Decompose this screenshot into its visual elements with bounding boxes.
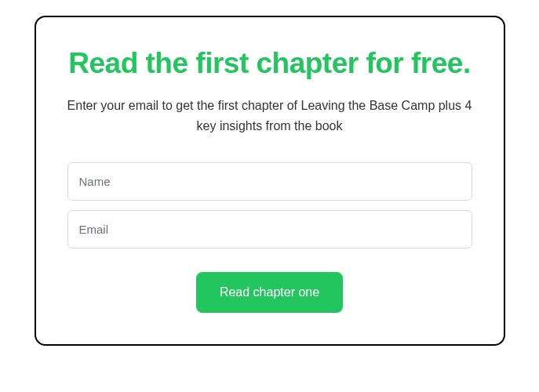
signup-card: Read the first chapter for free. Enter y… bbox=[35, 16, 505, 346]
email-field[interactable] bbox=[67, 210, 472, 249]
signup-form: Read chapter one bbox=[67, 162, 472, 313]
name-field[interactable] bbox=[67, 162, 472, 201]
submit-button[interactable]: Read chapter one bbox=[196, 272, 343, 313]
card-title: Read the first chapter for free. bbox=[67, 45, 472, 82]
card-subtitle: Enter your email to get the first chapte… bbox=[67, 96, 472, 136]
